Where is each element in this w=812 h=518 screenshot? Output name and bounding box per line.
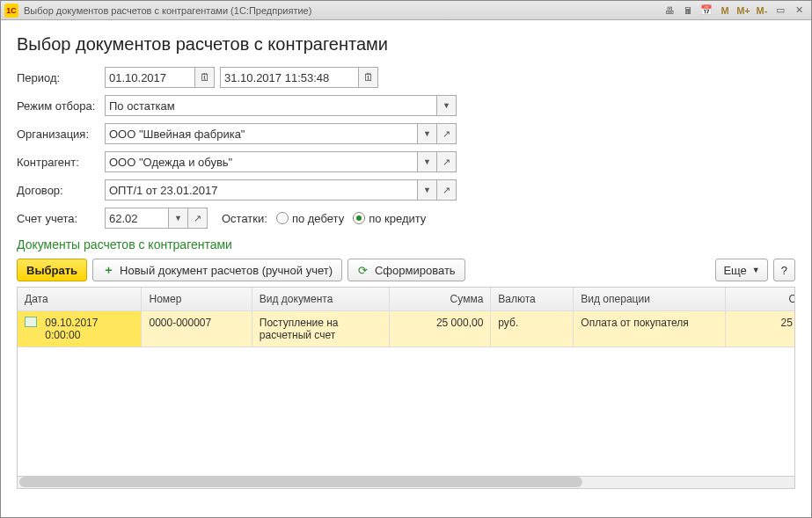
chevron-down-icon[interactable]: ▼	[436, 96, 456, 115]
account-select[interactable]: 62.02 ▼	[105, 208, 188, 229]
table-row[interactable]: 09.10.2017 0:00:00 0000-000007 Поступлен…	[18, 311, 795, 347]
radio-icon	[353, 212, 365, 224]
cell-doc-type: Поступление на расчетный счет	[252, 311, 390, 347]
new-document-label: Новый документ расчетов (ручной учет)	[120, 264, 333, 277]
open-account-button[interactable]: ↗	[188, 208, 208, 229]
memory-mplus-icon[interactable]: M+	[735, 3, 752, 18]
open-contr-button[interactable]: ↗	[437, 151, 457, 172]
date-to-input[interactable]: 31.10.2017 11:53:48 🗓	[220, 67, 378, 88]
scroll-thumb[interactable]	[19, 477, 582, 487]
more-label: Еще	[723, 264, 746, 277]
calendar-icon[interactable]: 🗓	[194, 68, 214, 87]
generate-label: Сформировать	[375, 264, 456, 277]
col-balance[interactable]: Остаток	[725, 288, 795, 311]
plus-icon: ＋	[102, 264, 114, 276]
radio-credit[interactable]: по кредиту	[353, 212, 426, 225]
cell-sum: 25 000,00	[390, 311, 491, 347]
select-button-label: Выбрать	[26, 264, 77, 277]
calendar-icon[interactable]: 📅	[698, 3, 715, 18]
cell-number: 0000-000007	[142, 311, 252, 347]
contr-label: Контрагент:	[17, 156, 105, 169]
print-icon[interactable]: 🖶	[661, 3, 678, 18]
contract-value: ОПТ/1 от 23.01.2017	[109, 184, 217, 197]
open-contract-button[interactable]: ↗	[437, 179, 457, 201]
open-org-button[interactable]: ↗	[437, 123, 457, 144]
account-value: 62.02	[109, 212, 138, 225]
close-icon[interactable]: ✕	[790, 3, 808, 18]
document-icon	[25, 317, 37, 327]
date-from-input[interactable]: 01.10.2017 🗓	[105, 67, 215, 88]
chevron-down-icon[interactable]: ▼	[417, 180, 436, 200]
contr-select[interactable]: ООО "Одежда и обувь" ▼	[105, 151, 437, 172]
org-value: ООО "Швейная фабрика"	[109, 128, 245, 141]
horizontal-scrollbar[interactable]	[18, 476, 794, 488]
col-sum[interactable]: Сумма	[390, 288, 491, 311]
col-date[interactable]: Дата	[18, 288, 142, 311]
memory-mminus-icon[interactable]: M-	[753, 3, 771, 18]
radio-icon	[276, 212, 289, 224]
radio-credit-label: по кредиту	[369, 212, 426, 225]
org-label: Организация:	[17, 128, 105, 141]
help-button[interactable]: ?	[773, 259, 795, 281]
org-select[interactable]: ООО "Швейная фабрика" ▼	[105, 123, 437, 144]
balances-label: Остатки:	[222, 212, 267, 225]
page-title: Выбор документов расчетов с контрагентам…	[17, 34, 795, 55]
radio-debit[interactable]: по дебету	[276, 212, 344, 225]
app-logo: 1C	[4, 4, 18, 18]
table-header-row: Дата Номер Вид документа Сумма Валюта Ви…	[18, 288, 795, 311]
mode-select[interactable]: По остаткам ▼	[105, 95, 457, 116]
generate-button[interactable]: ⟳ Сформировать	[347, 259, 465, 281]
select-button[interactable]: Выбрать	[17, 259, 87, 281]
date-from-value: 01.10.2017	[109, 71, 166, 84]
cell-date-value: 09.10.2017 0:00:00	[45, 317, 106, 341]
section-title: Документы расчетов с контрагентами	[17, 237, 795, 252]
cell-op-type: Оплата от покупателя	[574, 311, 725, 347]
calendar-icon[interactable]: 🗓	[358, 68, 377, 87]
col-number[interactable]: Номер	[142, 288, 252, 311]
contract-select[interactable]: ОПТ/1 от 23.01.2017 ▼	[105, 179, 437, 201]
toolbar: Выбрать ＋ Новый документ расчетов (ручно…	[17, 259, 795, 281]
titlebar: 1C Выбор документов расчетов с контраген…	[1, 1, 811, 20]
date-to-value: 31.10.2017 11:53:48	[224, 71, 329, 84]
chevron-down-icon: ▼	[752, 266, 760, 274]
col-op-type[interactable]: Вид операции	[574, 288, 725, 311]
chevron-down-icon[interactable]: ▼	[417, 152, 436, 171]
radio-debit-label: по дебету	[292, 212, 344, 225]
minimize-icon[interactable]: ▭	[772, 3, 789, 18]
contract-label: Договор:	[17, 184, 105, 197]
documents-table-wrap: Дата Номер Вид документа Сумма Валюта Ви…	[17, 287, 795, 489]
mode-value: По остаткам	[109, 99, 175, 113]
documents-table: Дата Номер Вид документа Сумма Валюта Ви…	[18, 288, 795, 347]
col-currency[interactable]: Валюта	[491, 288, 574, 311]
chevron-down-icon[interactable]: ▼	[168, 208, 187, 228]
refresh-icon: ⟳	[357, 264, 369, 276]
memory-m-icon[interactable]: M	[716, 3, 734, 18]
window-title: Выбор документов расчетов с контрагентам…	[24, 5, 311, 16]
cell-currency: руб.	[491, 311, 574, 347]
more-button[interactable]: Еще ▼	[715, 259, 767, 281]
cell-balance: 25 000,00	[725, 311, 795, 347]
account-label: Счет учета:	[17, 212, 105, 225]
mode-label: Режим отбора:	[17, 99, 105, 113]
chevron-down-icon[interactable]: ▼	[417, 124, 436, 143]
period-label: Период:	[17, 71, 105, 84]
col-doc-type[interactable]: Вид документа	[252, 288, 390, 311]
help-label: ?	[781, 264, 787, 277]
new-document-button[interactable]: ＋ Новый документ расчетов (ручной учет)	[92, 259, 342, 281]
contr-value: ООО "Одежда и обувь"	[109, 156, 232, 169]
calc-icon[interactable]: 🖩	[679, 3, 697, 18]
cell-date: 09.10.2017 0:00:00	[18, 311, 142, 347]
